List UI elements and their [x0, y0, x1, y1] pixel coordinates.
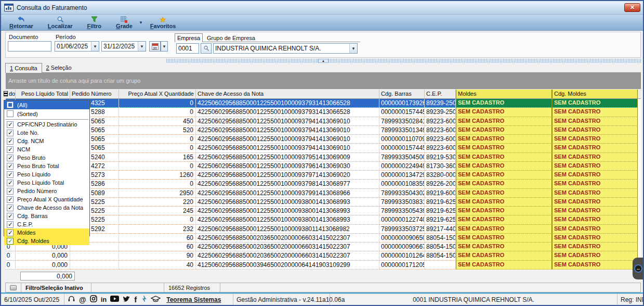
table-row[interactable]: 5273126042250602956885000122550010000937… [6, 171, 641, 180]
instagram-icon[interactable] [90, 295, 97, 304]
cell[interactable]: 7899933503831 [379, 198, 425, 207]
table-row[interactable]: 5065042250602956885000122550010000937941… [6, 135, 641, 144]
cell[interactable]: 40 [119, 261, 196, 270]
cell[interactable]: SEM CADASTRO [552, 99, 638, 108]
grade-button[interactable]: Grade [112, 15, 137, 30]
cell[interactable]: 1260 [119, 171, 196, 180]
cell[interactable]: SEM CADASTRO [552, 261, 638, 270]
retornar-button[interactable]: Retornar [5, 15, 37, 30]
column-chooser-item-peso-l-quido[interactable]: Peso Líquido [4, 170, 89, 178]
cell[interactable]: SEM CADASTRO [552, 189, 638, 198]
cell[interactable]: 88054-150 [425, 243, 456, 251]
cell[interactable]: SEM CADASTRO [552, 117, 638, 126]
cell[interactable]: SEM CADASTRO [456, 261, 552, 270]
tab-consulta[interactable]: 1 Consulta [5, 63, 42, 73]
cell[interactable]: 83280-000 [425, 171, 456, 180]
close-button[interactable]: ✕ [624, 3, 640, 12]
cell[interactable]: 89219-600 [425, 189, 456, 198]
column-header-c-e-p-[interactable]: C.E.P. [425, 90, 456, 98]
cell[interactable]: SEM CADASTRO [456, 198, 552, 207]
cell[interactable]: 4225060295688500012255001000093799141306… [196, 189, 379, 198]
column-chooser-item-pre-o-atual-x-quantidade[interactable]: Preço Atual X Quantidade [4, 195, 89, 203]
checkbox[interactable] [7, 110, 14, 117]
cell[interactable]: 0 [6, 251, 16, 260]
cell[interactable]: 0 [119, 162, 196, 171]
cell[interactable]: 4225060295688500012255001000093794141306… [196, 135, 379, 144]
cell[interactable]: SEM CADASTRO [456, 243, 552, 251]
collapsed-splitter[interactable] [166, 59, 641, 63]
column-chooser-item-cpf-cnpj-destinat-rio[interactable]: CPF/CNPJ Destinatário [4, 120, 89, 129]
cell[interactable]: SEM CADASTRO [456, 234, 552, 243]
cell[interactable]: 89219-625 [425, 215, 456, 224]
cell[interactable]: 60 [119, 243, 196, 251]
cell[interactable]: SEM CADASTRO [456, 99, 552, 108]
empresa-combo[interactable]: INDUSTRIA QUIMICA REHNOLT S/A.▼ [213, 43, 358, 54]
cell[interactable]: 89226-200 [425, 180, 456, 188]
checkbox[interactable] [7, 121, 14, 128]
cell[interactable]: 89239-250 [425, 99, 456, 108]
cell[interactable]: 2950 [119, 189, 196, 198]
column-header-pedido-n-mero[interactable]: Pedido Número [70, 90, 119, 98]
empresa-code-input[interactable] [176, 43, 199, 54]
cell[interactable]: 4225060295688500012255001000093794141306… [196, 126, 379, 135]
checkbox[interactable] [7, 196, 14, 203]
column-header-do[interactable]: do [2, 90, 16, 98]
cell[interactable]: 89223-600 [425, 126, 456, 135]
cell[interactable]: 7899933503725 [379, 225, 425, 234]
cell[interactable]: SEM CADASTRO [552, 171, 638, 180]
checkbox[interactable] [7, 238, 14, 245]
cell[interactable]: SEM CADASTRO [456, 144, 552, 152]
tab-selecao[interactable]: 2 Seleção [42, 63, 76, 73]
cell[interactable] [425, 261, 456, 270]
column-chooser-icon[interactable] [4, 91, 8, 96]
table-row[interactable]: 00,0006042250602956885000203650020000066… [6, 234, 641, 243]
cell[interactable]: SEM CADASTRO [552, 198, 638, 207]
checkbox[interactable] [7, 171, 14, 178]
cell[interactable]: SEM CADASTRO [552, 251, 638, 260]
checkbox[interactable] [7, 188, 14, 195]
column-header-chave-de-acesso-da-nota[interactable]: Chave de Acesso da Nota [196, 90, 379, 98]
cell[interactable]: 0000000224949 [379, 162, 425, 171]
cell[interactable]: 60 [119, 234, 196, 243]
cell[interactable]: 89219-625 [425, 198, 456, 207]
column-chooser-item--all-[interactable]: (All) [4, 100, 89, 109]
cell[interactable]: 0 [119, 180, 196, 188]
column-chooser-item-peso-bruto[interactable]: Peso Bruto [4, 154, 89, 162]
grade-dropdown-arrow[interactable]: ▼ [137, 15, 145, 30]
cell[interactable]: SEM CADASTRO [552, 144, 638, 152]
table-row[interactable]: 5292232422506029568850001225500100009380… [6, 225, 641, 234]
cell[interactable]: 4225060295688500012255001000093796141306… [196, 162, 379, 171]
table-row[interactable]: 5286042250602956885000122550010000937981… [6, 180, 641, 188]
cell[interactable]: 0 [119, 144, 196, 152]
column-header-cdg-barras[interactable]: Cdg. Barras [379, 90, 425, 98]
cell[interactable]: 165 [119, 153, 196, 162]
cell[interactable]: SEM CADASTRO [456, 171, 552, 180]
cell[interactable]: 7899933504302 [379, 189, 425, 198]
cell[interactable]: 0 [119, 135, 196, 144]
cell[interactable]: 220 [119, 198, 196, 207]
column-header-moldes[interactable]: Moldes [456, 90, 552, 98]
checkbox[interactable] [7, 155, 14, 161]
vendor-link[interactable]: Teorema Sistemas [166, 296, 221, 303]
table-row[interactable]: 5225245422506029568850001225500100009380… [6, 207, 641, 215]
cell[interactable]: SEM CADASTRO [552, 135, 638, 144]
chevron-down-icon[interactable]: ▼ [138, 42, 146, 51]
cell[interactable]: SEM CADASTRO [456, 225, 552, 234]
cell[interactable]: 0000000171205 [379, 261, 425, 270]
cell[interactable]: SEM CADASTRO [456, 126, 552, 135]
cell[interactable]: SEM CADASTRO [456, 108, 552, 117]
cell[interactable]: 89239-250 [425, 108, 456, 117]
cell[interactable]: 4225060295688500020365002000006603141502… [196, 251, 379, 260]
cell[interactable]: 89223-600 [425, 135, 456, 144]
cell[interactable]: 0000000122740 [379, 215, 425, 224]
cell[interactable]: SEM CADASTRO [456, 162, 552, 171]
cell[interactable]: SEM CADASTRO [552, 162, 638, 171]
cell[interactable]: 7899933502841 [379, 117, 425, 126]
cell[interactable]: 4225060295688500012255001000093793141306… [196, 99, 379, 108]
table-row[interactable]: 5225042250602956885000122550010000938001… [6, 215, 641, 224]
cell[interactable]: SEM CADASTRO [456, 153, 552, 162]
cell[interactable]: SEM CADASTRO [456, 180, 552, 188]
cell[interactable]: 4225060295688500012255001000093794141306… [196, 144, 379, 152]
cell[interactable]: SEM CADASTRO [552, 243, 638, 251]
calendar-button[interactable]: 30 [149, 41, 161, 52]
